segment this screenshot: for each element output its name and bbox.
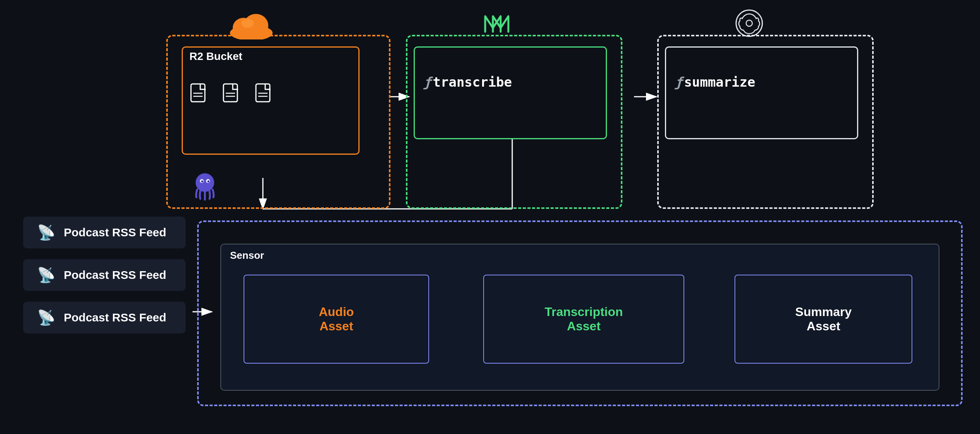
file-icon-1 xyxy=(189,83,210,111)
svg-point-13 xyxy=(241,19,254,28)
transcribe-box xyxy=(414,46,607,139)
transcription-asset-box: Transcription Asset xyxy=(483,275,684,364)
transcription-asset-label: Transcription Asset xyxy=(545,305,623,333)
podcast-list: 📡 Podcast RSS Feed 📡 Podcast RSS Feed 📡 … xyxy=(23,217,186,333)
podcast-feed-2: 📡 Podcast RSS Feed xyxy=(23,259,186,291)
svg-point-29 xyxy=(746,20,752,26)
svg-point-23 xyxy=(196,173,214,192)
podcast-feed-1: 📡 Podcast RSS Feed xyxy=(23,217,186,248)
summary-asset-box: Summary Asset xyxy=(735,275,912,364)
summarize-label: ƒsummarize xyxy=(675,74,755,90)
rss-icon-1: 📡 xyxy=(37,225,55,240)
diagram-container: 📡 Podcast RSS Feed 📡 Podcast RSS Feed 📡 … xyxy=(0,0,980,434)
summarize-box xyxy=(665,46,858,139)
file-icons-row xyxy=(189,83,274,111)
podcast-label-1: Podcast RSS Feed xyxy=(64,226,166,239)
sensor-label: Sensor xyxy=(230,249,264,261)
audio-asset-label: Audio Asset xyxy=(319,305,354,333)
rss-icon-3: 📡 xyxy=(37,310,55,325)
openai-icon xyxy=(735,9,764,39)
rss-icon-2: 📡 xyxy=(37,268,55,282)
transcribe-label: ƒƒ transcribetranscribe xyxy=(423,74,512,90)
hookdeck-icon xyxy=(189,170,220,205)
podcast-label-2: Podcast RSS Feed xyxy=(64,268,166,282)
summary-asset-label: Summary Asset xyxy=(795,305,852,333)
podcast-feed-3: 📡 Podcast RSS Feed xyxy=(23,302,186,333)
podcast-label-3: Podcast RSS Feed xyxy=(64,311,166,324)
audio-asset-box: Audio Asset xyxy=(244,275,429,364)
gemini-icon xyxy=(481,9,512,41)
svg-point-27 xyxy=(208,181,210,183)
svg-point-26 xyxy=(201,181,203,183)
file-icon-2 xyxy=(222,83,242,111)
file-icon-3 xyxy=(254,83,274,111)
r2-bucket-label: R2 Bucket xyxy=(189,50,242,63)
